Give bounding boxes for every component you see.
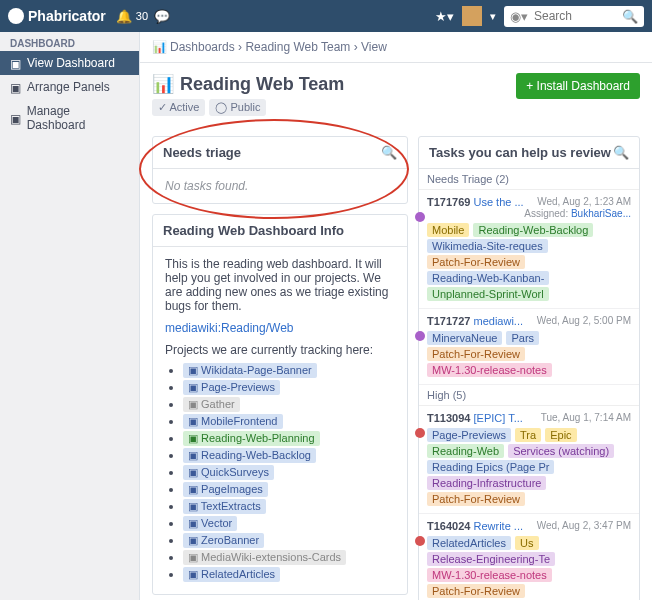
sidebar-item[interactable]: ▣View Dashboard [0, 51, 139, 75]
nav-icon: ▣ [10, 57, 22, 69]
search-icon[interactable]: 🔍 [381, 145, 397, 160]
project-tag[interactable]: ▣ Gather [183, 397, 240, 412]
project-tag[interactable]: Reading Epics (Page Pr [427, 460, 554, 474]
panel-review-tasks: Tasks you can help us review 🔍 Needs Tri… [418, 136, 640, 600]
project-tag[interactable]: Page-Previews [427, 428, 511, 442]
project-tag[interactable]: Services (watching) [508, 444, 614, 458]
task-date: Wed, Aug 2, 1:23 AM [537, 196, 631, 207]
task-title-link[interactable]: mediawi... [474, 315, 524, 327]
project-tag[interactable]: ▣ Reading-Web-Planning [183, 431, 320, 446]
project-tag[interactable]: Mobile [427, 223, 469, 237]
brand[interactable]: Phabricator [8, 8, 106, 24]
list-item: ▣ MediaWiki-extensions-Cards [183, 550, 395, 565]
project-tag[interactable]: RelatedArticles [427, 536, 511, 550]
project-tag[interactable]: ▣ QuickSurveys [183, 465, 274, 480]
sidebar-item[interactable]: ▣Arrange Panels [0, 75, 139, 99]
list-item: ▣ Page-Previews [183, 380, 395, 395]
project-tag[interactable]: Wikimedia-Site-reques [427, 239, 548, 253]
sidebar-item[interactable]: ▣Manage Dashboard [0, 99, 139, 137]
project-tag[interactable]: ▣ MediaWiki-extensions-Cards [183, 550, 346, 565]
project-tag[interactable]: MinervaNeue [427, 331, 502, 345]
priority-bullet-icon [415, 428, 425, 438]
project-tag[interactable]: ▣ PageImages [183, 482, 268, 497]
list-item: ▣ MobileFrontend [183, 414, 395, 429]
project-tag[interactable]: Release-Engineering-Te [427, 552, 555, 566]
list-item: ▣ Gather [183, 397, 395, 412]
task-id: T171727 [427, 315, 470, 327]
project-tag[interactable]: Us [515, 536, 538, 550]
breadcrumb-link[interactable]: Reading Web Team [245, 40, 350, 54]
sidebar-item-label: Arrange Panels [27, 80, 110, 94]
status-badge: ✓ Active [152, 99, 205, 116]
project-tag[interactable]: MW-1.30-release-notes [427, 568, 552, 582]
task-item[interactable]: T164024 Rewrite ...Wed, Aug 2, 3:47 PMRe… [419, 514, 639, 600]
panel-needs-triage: Needs triage 🔍 No tasks found. [152, 136, 408, 204]
project-tag[interactable]: Epic [545, 428, 576, 442]
project-tag[interactable]: Patch-For-Review [427, 347, 525, 361]
task-title-link[interactable]: Use the ... [474, 196, 524, 208]
sidebar-item-label: View Dashboard [27, 56, 115, 70]
task-item[interactable]: T171727 mediawi...Wed, Aug 2, 5:00 PMMin… [419, 309, 639, 385]
status-badge: ◯ Public [209, 99, 266, 116]
search-icon[interactable]: 🔍 [622, 9, 638, 24]
star-icon[interactable]: ★▾ [435, 9, 454, 24]
task-title-link[interactable]: Rewrite ... [474, 520, 524, 532]
priority-bullet-icon [415, 536, 425, 546]
task-title-link[interactable]: [EPIC] T... [474, 412, 523, 424]
page-header: 📊 Reading Web Team ✓ Active◯ Public + In… [140, 63, 652, 126]
list-item: ▣ Reading-Web-Backlog [183, 448, 395, 463]
task-id: T164024 [427, 520, 470, 532]
panel-title: Needs triage [163, 145, 241, 160]
project-tag[interactable]: Reading-Web-Backlog [473, 223, 593, 237]
project-tag[interactable]: ▣ TextExtracts [183, 499, 266, 514]
task-id: T171769 [427, 196, 470, 208]
project-tag[interactable]: Unplanned-Sprint-Worl [427, 287, 549, 301]
search-icon[interactable]: 🔍 [613, 145, 629, 160]
bell-icon[interactable]: 🔔 [116, 9, 132, 24]
project-tag[interactable]: Patch-For-Review [427, 584, 525, 598]
sidebar-item-label: Manage Dashboard [27, 104, 129, 132]
assigned-label: Assigned: BukhariSae... [427, 208, 631, 219]
project-tag[interactable]: Patch-For-Review [427, 492, 525, 506]
list-item: ▣ Reading-Web-Planning [183, 431, 395, 446]
topbar-right: ★▾ ▾ ◉▾ 🔍 [435, 6, 644, 27]
breadcrumb-link[interactable]: View [361, 40, 387, 54]
section-label: Needs Triage (2) [419, 169, 639, 190]
list-item: ▣ QuickSurveys [183, 465, 395, 480]
project-tag[interactable]: Pars [506, 331, 539, 345]
info-link[interactable]: mediawiki:Reading/Web [165, 321, 294, 335]
panel-dashboard-info: Reading Web Dashboard Info This is the r… [152, 214, 408, 595]
project-tag[interactable]: ▣ Reading-Web-Backlog [183, 448, 316, 463]
project-tag[interactable]: ▣ Wikidata-Page-Banner [183, 363, 317, 378]
install-dashboard-button[interactable]: + Install Dashboard [516, 73, 640, 99]
project-tag[interactable]: Reading-Web [427, 444, 504, 458]
project-tag[interactable]: Reading-Infrastructure [427, 476, 546, 490]
project-tag[interactable]: ▣ Page-Previews [183, 380, 280, 395]
project-tag[interactable]: Tra [515, 428, 541, 442]
project-tag[interactable]: Patch-For-Review [427, 255, 525, 269]
project-tag[interactable]: ▣ MobileFrontend [183, 414, 283, 429]
search-input[interactable] [534, 9, 616, 23]
project-tag[interactable]: Reading-Web-Kanban- [427, 271, 549, 285]
list-item: ▣ PageImages [183, 482, 395, 497]
chat-icon[interactable]: 💬 [154, 9, 170, 24]
main: 📊 Dashboards › Reading Web Team › View 📊… [140, 32, 652, 600]
breadcrumb-link[interactable]: Dashboards [170, 40, 235, 54]
global-search[interactable]: ◉▾ 🔍 [504, 6, 644, 27]
page-title: 📊 Reading Web Team [152, 73, 344, 95]
avatar[interactable] [462, 6, 482, 26]
page-title-text: Reading Web Team [180, 74, 344, 95]
project-tag[interactable]: ▣ Vector [183, 516, 237, 531]
task-item[interactable]: T171769 Use the ...Wed, Aug 2, 1:23 AMAs… [419, 190, 639, 309]
task-date: Wed, Aug 2, 5:00 PM [537, 315, 631, 326]
nav-icon: ▣ [10, 81, 22, 93]
project-tag[interactable]: ▣ RelatedArticles [183, 567, 280, 582]
assignee-link[interactable]: BukhariSae... [571, 208, 631, 219]
project-tag[interactable]: ▣ ZeroBanner [183, 533, 264, 548]
priority-bullet-icon [415, 331, 425, 341]
list-item: ▣ Vector [183, 516, 395, 531]
topbar: Phabricator 🔔 30 💬 ★▾ ▾ ◉▾ 🔍 [0, 0, 652, 32]
task-item[interactable]: T113094 [EPIC] T...Tue, Aug 1, 7:14 AMPa… [419, 406, 639, 514]
project-tag[interactable]: MW-1.30-release-notes [427, 363, 552, 377]
notif-count: 30 [136, 10, 148, 22]
